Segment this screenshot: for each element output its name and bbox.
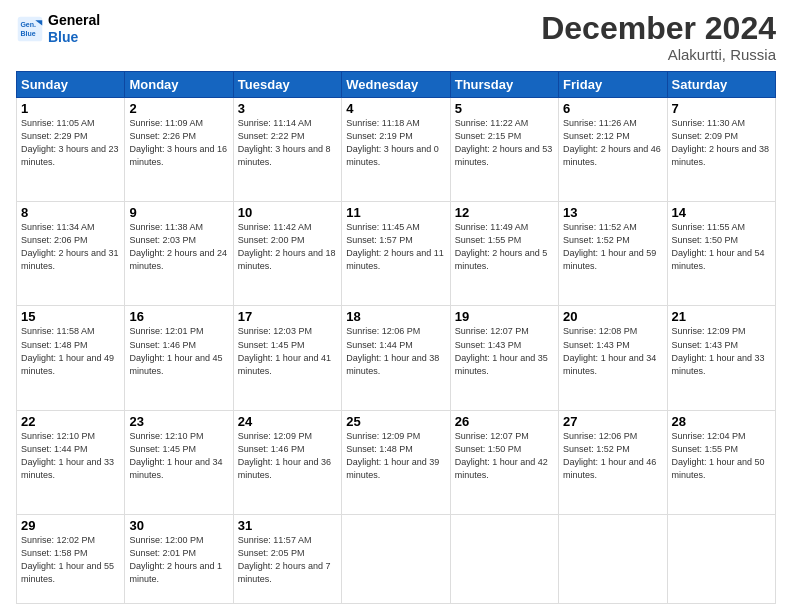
day-number: 29	[21, 518, 120, 533]
month-title: December 2024	[541, 12, 776, 44]
header-friday: Friday	[559, 72, 667, 98]
logo-icon: Gen. Blue	[16, 15, 44, 43]
table-row: 27Sunrise: 12:06 PMSunset: 1:52 PMDaylig…	[559, 410, 667, 514]
day-info: Sunrise: 12:09 PMSunset: 1:43 PMDaylight…	[672, 325, 771, 377]
day-number: 18	[346, 309, 445, 324]
table-row	[450, 514, 558, 603]
day-info: Sunrise: 12:03 PMSunset: 1:45 PMDaylight…	[238, 325, 337, 377]
day-info: Sunrise: 11:14 AMSunset: 2:22 PMDaylight…	[238, 117, 337, 169]
table-row: 2Sunrise: 11:09 AMSunset: 2:26 PMDayligh…	[125, 98, 233, 202]
table-row: 22Sunrise: 12:10 PMSunset: 1:44 PMDaylig…	[17, 410, 125, 514]
day-info: Sunrise: 12:04 PMSunset: 1:55 PMDaylight…	[672, 430, 771, 482]
table-row: 10Sunrise: 11:42 AMSunset: 2:00 PMDaylig…	[233, 202, 341, 306]
logo-text: General Blue	[48, 12, 100, 46]
table-row: 17Sunrise: 12:03 PMSunset: 1:45 PMDaylig…	[233, 306, 341, 410]
table-row: 6Sunrise: 11:26 AMSunset: 2:12 PMDayligh…	[559, 98, 667, 202]
day-info: Sunrise: 12:09 PMSunset: 1:46 PMDaylight…	[238, 430, 337, 482]
day-number: 21	[672, 309, 771, 324]
day-info: Sunrise: 12:10 PMSunset: 1:44 PMDaylight…	[21, 430, 120, 482]
day-number: 2	[129, 101, 228, 116]
day-info: Sunrise: 12:01 PMSunset: 1:46 PMDaylight…	[129, 325, 228, 377]
svg-text:Gen.: Gen.	[20, 21, 36, 28]
day-number: 11	[346, 205, 445, 220]
day-info: Sunrise: 11:58 AMSunset: 1:48 PMDaylight…	[21, 325, 120, 377]
day-info: Sunrise: 11:18 AMSunset: 2:19 PMDaylight…	[346, 117, 445, 169]
calendar-week-3: 15Sunrise: 11:58 AMSunset: 1:48 PMDaylig…	[17, 306, 776, 410]
table-row: 21Sunrise: 12:09 PMSunset: 1:43 PMDaylig…	[667, 306, 775, 410]
day-number: 24	[238, 414, 337, 429]
table-row: 11Sunrise: 11:45 AMSunset: 1:57 PMDaylig…	[342, 202, 450, 306]
table-row: 9Sunrise: 11:38 AMSunset: 2:03 PMDayligh…	[125, 202, 233, 306]
table-row: 30Sunrise: 12:00 PMSunset: 2:01 PMDaylig…	[125, 514, 233, 603]
day-info: Sunrise: 12:00 PMSunset: 2:01 PMDaylight…	[129, 534, 228, 586]
day-number: 30	[129, 518, 228, 533]
table-row: 20Sunrise: 12:08 PMSunset: 1:43 PMDaylig…	[559, 306, 667, 410]
day-number: 14	[672, 205, 771, 220]
day-number: 6	[563, 101, 662, 116]
day-info: Sunrise: 11:55 AMSunset: 1:50 PMDaylight…	[672, 221, 771, 273]
day-info: Sunrise: 12:07 PMSunset: 1:50 PMDaylight…	[455, 430, 554, 482]
table-row: 24Sunrise: 12:09 PMSunset: 1:46 PMDaylig…	[233, 410, 341, 514]
day-number: 8	[21, 205, 120, 220]
day-number: 22	[21, 414, 120, 429]
logo: Gen. Blue General Blue	[16, 12, 100, 46]
day-number: 1	[21, 101, 120, 116]
day-info: Sunrise: 12:02 PMSunset: 1:58 PMDaylight…	[21, 534, 120, 586]
day-info: Sunrise: 11:26 AMSunset: 2:12 PMDaylight…	[563, 117, 662, 169]
table-row: 13Sunrise: 11:52 AMSunset: 1:52 PMDaylig…	[559, 202, 667, 306]
calendar-header-row: Sunday Monday Tuesday Wednesday Thursday…	[17, 72, 776, 98]
day-info: Sunrise: 12:09 PMSunset: 1:48 PMDaylight…	[346, 430, 445, 482]
table-row: 8Sunrise: 11:34 AMSunset: 2:06 PMDayligh…	[17, 202, 125, 306]
calendar-week-5: 29Sunrise: 12:02 PMSunset: 1:58 PMDaylig…	[17, 514, 776, 603]
day-info: Sunrise: 11:49 AMSunset: 1:55 PMDaylight…	[455, 221, 554, 273]
calendar-week-2: 8Sunrise: 11:34 AMSunset: 2:06 PMDayligh…	[17, 202, 776, 306]
location: Alakurtti, Russia	[541, 46, 776, 63]
calendar-page: Gen. Blue General Blue December 2024 Ala…	[0, 0, 792, 612]
day-info: Sunrise: 12:10 PMSunset: 1:45 PMDaylight…	[129, 430, 228, 482]
day-number: 19	[455, 309, 554, 324]
day-number: 25	[346, 414, 445, 429]
svg-text:Blue: Blue	[20, 30, 35, 37]
day-number: 16	[129, 309, 228, 324]
table-row: 15Sunrise: 11:58 AMSunset: 1:48 PMDaylig…	[17, 306, 125, 410]
table-row	[342, 514, 450, 603]
table-row: 4Sunrise: 11:18 AMSunset: 2:19 PMDayligh…	[342, 98, 450, 202]
day-info: Sunrise: 12:07 PMSunset: 1:43 PMDaylight…	[455, 325, 554, 377]
table-row	[559, 514, 667, 603]
day-number: 26	[455, 414, 554, 429]
table-row: 14Sunrise: 11:55 AMSunset: 1:50 PMDaylig…	[667, 202, 775, 306]
table-row: 23Sunrise: 12:10 PMSunset: 1:45 PMDaylig…	[125, 410, 233, 514]
table-row: 19Sunrise: 12:07 PMSunset: 1:43 PMDaylig…	[450, 306, 558, 410]
table-row: 26Sunrise: 12:07 PMSunset: 1:50 PMDaylig…	[450, 410, 558, 514]
calendar-table: Sunday Monday Tuesday Wednesday Thursday…	[16, 71, 776, 604]
table-row: 31Sunrise: 11:57 AMSunset: 2:05 PMDaylig…	[233, 514, 341, 603]
table-row: 12Sunrise: 11:49 AMSunset: 1:55 PMDaylig…	[450, 202, 558, 306]
header-sunday: Sunday	[17, 72, 125, 98]
table-row: 5Sunrise: 11:22 AMSunset: 2:15 PMDayligh…	[450, 98, 558, 202]
table-row: 7Sunrise: 11:30 AMSunset: 2:09 PMDayligh…	[667, 98, 775, 202]
table-row: 18Sunrise: 12:06 PMSunset: 1:44 PMDaylig…	[342, 306, 450, 410]
day-number: 7	[672, 101, 771, 116]
day-number: 3	[238, 101, 337, 116]
day-number: 17	[238, 309, 337, 324]
day-info: Sunrise: 11:45 AMSunset: 1:57 PMDaylight…	[346, 221, 445, 273]
day-info: Sunrise: 11:05 AMSunset: 2:29 PMDaylight…	[21, 117, 120, 169]
day-info: Sunrise: 12:06 PMSunset: 1:52 PMDaylight…	[563, 430, 662, 482]
day-info: Sunrise: 12:08 PMSunset: 1:43 PMDaylight…	[563, 325, 662, 377]
table-row: 25Sunrise: 12:09 PMSunset: 1:48 PMDaylig…	[342, 410, 450, 514]
day-number: 4	[346, 101, 445, 116]
day-number: 12	[455, 205, 554, 220]
day-info: Sunrise: 11:52 AMSunset: 1:52 PMDaylight…	[563, 221, 662, 273]
table-row: 16Sunrise: 12:01 PMSunset: 1:46 PMDaylig…	[125, 306, 233, 410]
day-number: 31	[238, 518, 337, 533]
day-info: Sunrise: 11:22 AMSunset: 2:15 PMDaylight…	[455, 117, 554, 169]
day-info: Sunrise: 11:09 AMSunset: 2:26 PMDaylight…	[129, 117, 228, 169]
day-info: Sunrise: 11:38 AMSunset: 2:03 PMDaylight…	[129, 221, 228, 273]
header-wednesday: Wednesday	[342, 72, 450, 98]
day-info: Sunrise: 11:57 AMSunset: 2:05 PMDaylight…	[238, 534, 337, 586]
table-row: 1Sunrise: 11:05 AMSunset: 2:29 PMDayligh…	[17, 98, 125, 202]
header-saturday: Saturday	[667, 72, 775, 98]
header: Gen. Blue General Blue December 2024 Ala…	[16, 12, 776, 63]
table-row: 28Sunrise: 12:04 PMSunset: 1:55 PMDaylig…	[667, 410, 775, 514]
day-number: 5	[455, 101, 554, 116]
